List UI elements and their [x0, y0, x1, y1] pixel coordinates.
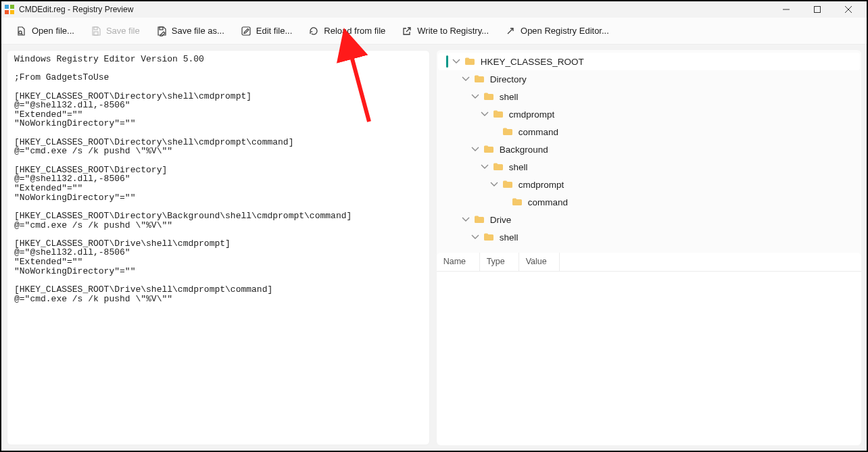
tree-item-label: shell — [509, 162, 528, 172]
open-file-button[interactable]: Open file... — [8, 22, 82, 41]
save-as-button[interactable]: Save file as... — [148, 22, 233, 41]
tree-item[interactable]: cmdprompt — [438, 105, 860, 123]
col-name[interactable]: Name — [437, 253, 480, 271]
chevron-down-icon[interactable] — [471, 145, 479, 153]
svg-rect-5 — [815, 7, 821, 13]
tree-item-label: shell — [500, 92, 519, 102]
tree-item[interactable]: shell — [438, 88, 860, 105]
tree-item[interactable]: HKEY_CLASSES_ROOT — [438, 53, 860, 70]
write-registry-button[interactable]: Write to Registry... — [393, 22, 497, 41]
tree-item[interactable]: Directory — [438, 70, 860, 88]
selection-marker — [446, 55, 448, 68]
tree-item-label: cmdprompt — [519, 180, 564, 190]
folder-icon — [502, 126, 513, 137]
save-icon — [91, 26, 101, 36]
save-file-button: Save file — [82, 22, 148, 41]
reload-label: Reload from file — [324, 26, 385, 36]
folder-icon — [483, 91, 494, 102]
svg-rect-2 — [5, 10, 9, 14]
tree-item-label: Background — [500, 145, 548, 155]
folder-icon — [474, 74, 485, 84]
tree-pane: HKEY_CLASSES_ROOTDirectoryshellcmdprompt… — [437, 50, 861, 445]
chevron-down-icon[interactable] — [471, 93, 479, 101]
titlebar: CMDEdit.reg - Registry Preview — [1, 1, 867, 18]
edit-file-button[interactable]: Edit file... — [233, 22, 300, 41]
window-controls — [771, 1, 864, 18]
chevron-down-icon[interactable] — [490, 180, 498, 189]
save-file-label: Save file — [106, 26, 140, 36]
write-icon — [402, 26, 412, 36]
tree-item-label: cmdprompt — [509, 109, 555, 120]
chevron-down-icon[interactable] — [452, 57, 460, 66]
svg-rect-9 — [94, 27, 97, 30]
edit-icon — [241, 26, 251, 36]
col-type[interactable]: Type — [480, 253, 519, 271]
svg-rect-0 — [5, 5, 9, 9]
svg-rect-11 — [160, 27, 163, 30]
open-editor-icon — [505, 26, 516, 36]
tree-item-label: command — [519, 127, 558, 137]
save-as-label: Save file as... — [172, 26, 224, 36]
open-registry-editor-button[interactable]: Open Registry Editor... — [497, 22, 617, 41]
write-registry-label: Write to Registry... — [417, 26, 489, 36]
values-header: Name Type Value — [437, 253, 861, 272]
folder-icon — [483, 232, 494, 243]
svg-rect-10 — [94, 32, 98, 35]
folder-icon — [474, 214, 485, 225]
close-button[interactable] — [833, 1, 864, 18]
chevron-down-icon[interactable] — [481, 163, 489, 171]
open-registry-editor-label: Open Registry Editor... — [521, 26, 609, 36]
tree-item-label: Drive — [490, 215, 512, 225]
minimize-button[interactable] — [771, 1, 802, 18]
tree-item[interactable]: command — [438, 123, 860, 141]
values-pane: Name Type Value — [437, 253, 861, 445]
svg-rect-1 — [10, 5, 14, 9]
edit-file-label: Edit file... — [256, 26, 292, 36]
tree-item-label: shell — [500, 232, 519, 243]
folder-icon — [493, 109, 504, 120]
tree-item[interactable]: command — [438, 193, 860, 211]
save-as-icon — [156, 26, 167, 36]
chevron-down-icon[interactable] — [462, 75, 470, 83]
open-file-label: Open file... — [32, 26, 74, 36]
chevron-down-icon[interactable] — [481, 110, 489, 118]
chevron-down-icon[interactable] — [471, 233, 479, 241]
col-value[interactable]: Value — [519, 253, 560, 271]
tree-item[interactable]: shell — [438, 228, 860, 246]
tree-item[interactable]: cmdprompt — [438, 176, 860, 193]
svg-rect-3 — [10, 10, 14, 14]
tree-item[interactable]: shell — [438, 158, 860, 176]
tree-item-label: Directory — [490, 74, 527, 84]
svg-rect-12 — [242, 27, 250, 35]
folder-icon — [502, 179, 513, 190]
folder-icon — [464, 56, 475, 67]
maximize-button[interactable] — [802, 1, 833, 18]
tree-item-label: HKEY_CLASSES_ROOT — [481, 57, 584, 67]
chevron-down-icon[interactable] — [462, 216, 470, 224]
app-icon — [4, 4, 15, 15]
tree-item[interactable]: Background — [438, 141, 860, 158]
window-title: CMDEdit.reg - Registry Preview — [19, 5, 133, 14]
values-body — [437, 272, 861, 445]
toolbar: Open file... Save file Save file as... E… — [1, 18, 867, 45]
tree-item-label: command — [528, 197, 568, 207]
folder-icon — [483, 144, 494, 155]
open-icon — [16, 26, 27, 36]
folder-icon — [512, 197, 523, 207]
reload-button[interactable]: Reload from file — [300, 22, 393, 41]
editor-pane[interactable]: Windows Registry Editor Version 5.00 ;Fr… — [7, 50, 430, 445]
editor-text[interactable]: Windows Registry Editor Version 5.00 ;Fr… — [14, 55, 423, 303]
folder-icon — [493, 161, 504, 172]
tree-item[interactable]: Drive — [438, 211, 860, 228]
reload-icon — [308, 26, 319, 36]
registry-tree[interactable]: HKEY_CLASSES_ROOTDirectoryshellcmdprompt… — [437, 50, 861, 250]
